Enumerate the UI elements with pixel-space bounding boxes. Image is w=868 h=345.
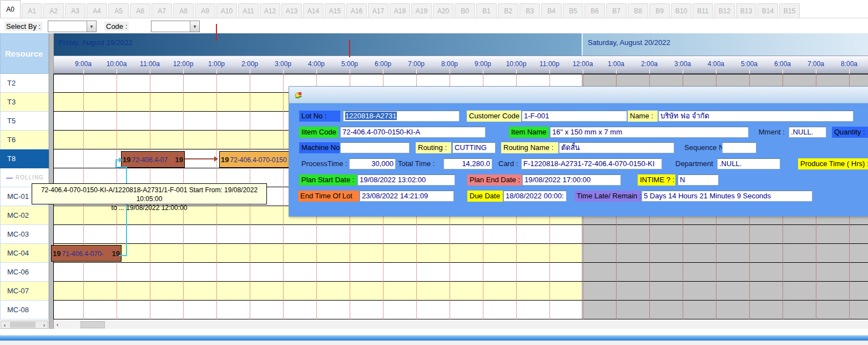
resource-row[interactable]: MC-04 xyxy=(0,244,49,263)
tab[interactable]: B9 xyxy=(649,3,670,18)
tab[interactable]: A9 xyxy=(195,3,215,18)
customer-code-input[interactable]: 1-F-001 xyxy=(522,111,627,122)
tab[interactable]: A13 xyxy=(281,3,302,18)
tab[interactable]: B13 xyxy=(736,3,756,18)
sequence-input[interactable] xyxy=(722,142,756,153)
tab[interactable]: B15 xyxy=(779,3,800,18)
tab[interactable]: A5 xyxy=(108,3,129,18)
plan-start-date-input[interactable]: 19/08/2022 13:02:00 xyxy=(357,174,455,186)
tab[interactable]: A2 xyxy=(43,3,64,18)
scrollbar-thumb[interactable] xyxy=(80,321,105,328)
due-date-input[interactable]: 18/08/2022 00:00: xyxy=(503,191,567,202)
tab[interactable]: B11 xyxy=(693,3,713,18)
tab[interactable]: A19 xyxy=(411,3,432,18)
tab[interactable]: A20 xyxy=(433,3,453,18)
tab[interactable]: A18 xyxy=(390,3,410,18)
process-time-label: ProcessTime : xyxy=(299,158,349,169)
tab[interactable]: B6 xyxy=(584,3,605,18)
item-code-label: Iitem Code xyxy=(299,127,338,138)
tab[interactable]: B12 xyxy=(714,3,735,18)
scroll-left-icon[interactable]: ‹ xyxy=(54,321,61,328)
tab[interactable]: B14 xyxy=(758,3,778,18)
chevron-down-icon[interactable]: ▾ xyxy=(190,21,199,32)
tab[interactable]: A6 xyxy=(130,3,150,18)
tab[interactable]: A0 xyxy=(0,0,21,18)
mment-input[interactable]: .NULL. xyxy=(789,127,826,138)
tab[interactable]: B1 xyxy=(476,3,497,18)
tab[interactable]: A8 xyxy=(173,3,194,18)
machine-no-input[interactable] xyxy=(340,142,410,153)
tab[interactable]: B7 xyxy=(606,3,627,18)
tab[interactable]: B10 xyxy=(671,3,692,18)
item-name-input[interactable]: 16" x 150 mm x 7 mm xyxy=(550,127,749,138)
tab[interactable]: B3 xyxy=(519,3,540,18)
bottom-blue-bar xyxy=(0,335,868,341)
card-input[interactable]: F-1220818-A2731-72-406.4-070-0150-KI xyxy=(521,158,662,169)
gantt-row[interactable] xyxy=(54,282,868,301)
scrollbar-thumb[interactable] xyxy=(10,322,36,328)
end-time-of-lot-input[interactable]: 23/08/2022 14:21:09 xyxy=(360,191,454,202)
tab[interactable]: A7 xyxy=(152,3,172,18)
tab[interactable]: A14 xyxy=(303,3,324,18)
gantt-bar[interactable]: 19 72-406.4-07 19 xyxy=(121,151,185,168)
due-date-label: Due Date : xyxy=(467,191,503,202)
chart-horizontal-scrollbar[interactable]: ‹ xyxy=(54,321,868,329)
gantt-row[interactable] xyxy=(54,263,868,282)
resource-row[interactable]: T8 xyxy=(0,149,49,168)
routing-input[interactable]: CUTTING xyxy=(452,142,496,153)
customer-code-label: Customer Code xyxy=(467,111,521,122)
tab[interactable]: A1 xyxy=(22,3,42,18)
resource-row[interactable]: T6 xyxy=(0,131,49,149)
name-input[interactable]: บริษัท ฟอ จำกัด xyxy=(658,111,854,122)
department-input[interactable]: .NULL. xyxy=(717,158,780,169)
resource-row[interactable]: T5 xyxy=(0,112,49,131)
department-label: Department xyxy=(673,158,716,169)
resource-row[interactable]: MC-03 xyxy=(0,225,49,244)
resource-row[interactable]: MC-08 xyxy=(0,301,49,319)
tab[interactable]: A4 xyxy=(87,3,107,18)
day-header-saturday: Saturday, August 20/2022 xyxy=(582,33,868,56)
tab[interactable]: B5 xyxy=(563,3,583,18)
tab[interactable]: A11 xyxy=(238,3,259,18)
tab[interactable]: B2 xyxy=(498,3,518,18)
resource-horizontal-scrollbar[interactable]: ‹ › xyxy=(1,321,48,329)
resource-row[interactable]: T2 xyxy=(0,74,49,93)
gantt-row[interactable] xyxy=(54,301,868,319)
process-time-input[interactable]: 30,000 xyxy=(349,158,396,169)
dialog-title-bar[interactable] xyxy=(289,87,868,103)
tab[interactable]: A12 xyxy=(260,3,280,18)
tab[interactable]: B4 xyxy=(541,3,562,18)
bar-day-number: 19 xyxy=(111,249,121,258)
produce-time-label: Produce Time ( Hrs) : xyxy=(798,158,868,169)
resource-column-header: Resource xyxy=(0,33,49,74)
item-code-input[interactable]: 72-406.4-070-0150-KI-A xyxy=(340,127,486,138)
tab[interactable]: A10 xyxy=(216,3,237,18)
tab[interactable]: A16 xyxy=(346,3,367,18)
total-time-input[interactable]: 14,280.0 xyxy=(443,158,492,169)
tab[interactable]: A15 xyxy=(325,3,345,18)
scroll-left-icon[interactable]: ‹ xyxy=(1,321,8,328)
resource-row[interactable]: T3 xyxy=(0,93,49,112)
chevron-down-icon[interactable]: ▾ xyxy=(87,21,96,32)
lot-no-label: Lot No : xyxy=(299,111,340,122)
select-by-dropdown[interactable]: ▾ xyxy=(48,21,97,32)
sequence-label: Sequence N xyxy=(682,142,723,153)
gantt-row[interactable] xyxy=(54,244,868,263)
resource-row[interactable]: MC-06 xyxy=(0,263,49,282)
time-late-remain-label: Time Late/ Remain : xyxy=(574,191,641,202)
routing-name-input[interactable]: ตัดสั้น xyxy=(559,142,674,153)
intime-input[interactable]: N xyxy=(678,174,719,186)
scroll-right-icon[interactable]: › xyxy=(41,321,48,328)
resource-row[interactable]: MC-07 xyxy=(0,282,49,301)
tab[interactable]: B0 xyxy=(455,3,475,18)
tab[interactable]: B8 xyxy=(628,3,648,18)
code-dropdown[interactable]: ▾ xyxy=(151,21,200,32)
tab[interactable]: A17 xyxy=(368,3,388,18)
bar-day-number: 19 xyxy=(122,156,132,164)
lot-no-input[interactable]: 1220818-A2731 xyxy=(343,111,460,122)
time-late-remain-input[interactable]: 5 Days 14 Hours 21 Minutes 9 Seconds xyxy=(642,191,813,202)
gantt-bar[interactable]: 19 71-406.4-070- 19 xyxy=(51,245,122,262)
plan-end-date-input[interactable]: 19/08/2022 17:00:00 xyxy=(522,174,621,186)
gantt-row[interactable] xyxy=(54,225,868,244)
tab[interactable]: A3 xyxy=(65,3,85,18)
